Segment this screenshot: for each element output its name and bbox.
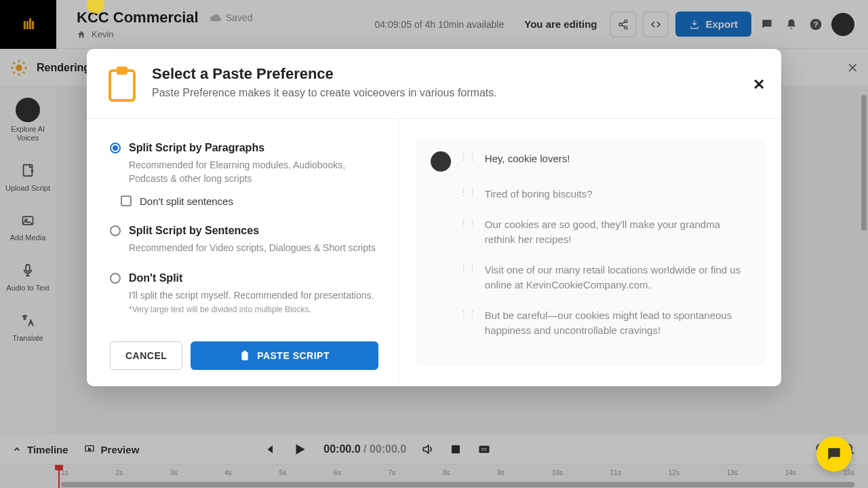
- option-desc: I'll split the script myself. Recommende…: [129, 288, 378, 302]
- svg-rect-18: [241, 352, 248, 360]
- option-label: Split Script by Sentences: [129, 225, 259, 237]
- modal-actions: CANCEL PASTE SCRIPT: [110, 341, 378, 370]
- svg-rect-19: [243, 350, 246, 352]
- drag-handle-icon[interactable]: ⋮⋮: [459, 189, 477, 195]
- option-dont-split[interactable]: Don't Split I'll split the script myself…: [110, 272, 378, 314]
- preview-line[interactable]: ⋮⋮ Tired of boring biscuits?: [459, 187, 750, 202]
- modal-subtitle: Paste Preference makes it easy to create…: [152, 87, 497, 99]
- radio-selected[interactable]: [110, 143, 121, 153]
- modal-close-button[interactable]: ✕: [753, 76, 765, 94]
- preview-line[interactable]: ⋮⋮ But be careful—our cookies might lead…: [459, 308, 750, 339]
- preview-text: But be careful—our cookies might lead to…: [485, 308, 750, 339]
- modal-header: Select a Paste Preference Paste Preferen…: [87, 49, 781, 119]
- preview-card: ⋮⋮ Hey, cookie lovers! ⋮⋮ Tired of borin…: [416, 139, 765, 366]
- option-note: *Very large text will be divided into mu…: [129, 305, 378, 314]
- preview-line[interactable]: ⋮⋮ Our cookies are so good, they'll make…: [459, 217, 750, 248]
- option-label: Split Script by Paragraphs: [129, 142, 264, 154]
- paste-script-button[interactable]: PASTE SCRIPT: [191, 341, 378, 370]
- drag-handle-icon[interactable]: ⋮⋮: [459, 310, 477, 316]
- modal-backdrop: Select a Paste Preference Paste Preferen…: [0, 0, 868, 488]
- preview-text: Visit one of our many retail locations w…: [485, 263, 750, 293]
- cancel-button[interactable]: CANCEL: [110, 341, 182, 370]
- clipboard-icon: [106, 65, 138, 102]
- modal-title: Select a Paste Preference: [152, 65, 497, 83]
- option-paragraphs[interactable]: Split Script by Paragraphs Recommended f…: [110, 142, 378, 207]
- checkbox-icon: [121, 195, 132, 206]
- svg-rect-16: [110, 71, 134, 100]
- drag-handle-icon[interactable]: ⋮⋮: [459, 219, 477, 225]
- modal-body: Split Script by Paragraphs Recommended f…: [87, 119, 781, 386]
- option-sentences[interactable]: Split Script by Sentences Recommended fo…: [110, 225, 378, 255]
- radio-unselected[interactable]: [110, 225, 121, 236]
- preview-text: Our cookies are so good, they'll make yo…: [485, 217, 750, 248]
- drag-handle-icon[interactable]: ⋮⋮: [459, 153, 477, 159]
- preview-line[interactable]: ⋮⋮ Visit one of our many retail location…: [459, 263, 750, 293]
- svg-rect-17: [117, 67, 127, 75]
- option-desc: Recommended for Video scripts, Dialogues…: [129, 241, 378, 255]
- chat-bubble-icon: [825, 445, 843, 463]
- checkbox-label: Don't split sentences: [140, 195, 233, 207]
- preview-panel: ⋮⋮ Hey, cookie lovers! ⋮⋮ Tired of borin…: [399, 119, 781, 386]
- paste-preference-modal: Select a Paste Preference Paste Preferen…: [87, 49, 781, 386]
- option-label: Don't Split: [129, 272, 182, 284]
- preview-text: Hey, cookie lovers!: [485, 151, 570, 167]
- paste-label: PASTE SCRIPT: [257, 350, 330, 361]
- radio-unselected[interactable]: [110, 273, 121, 284]
- option-desc: Recommended for Elearning modules, Audio…: [129, 158, 378, 186]
- speaker-avatar: [431, 151, 451, 172]
- preview-line[interactable]: ⋮⋮ Hey, cookie lovers!: [431, 151, 750, 172]
- drag-handle-icon[interactable]: ⋮⋮: [459, 265, 477, 271]
- options-panel: Split Script by Paragraphs Recommended f…: [87, 119, 399, 386]
- chat-fab[interactable]: [816, 436, 852, 472]
- paste-icon: [239, 350, 250, 362]
- preview-text: Tired of boring biscuits?: [485, 187, 593, 202]
- dont-split-checkbox[interactable]: Don't split sentences: [121, 195, 378, 207]
